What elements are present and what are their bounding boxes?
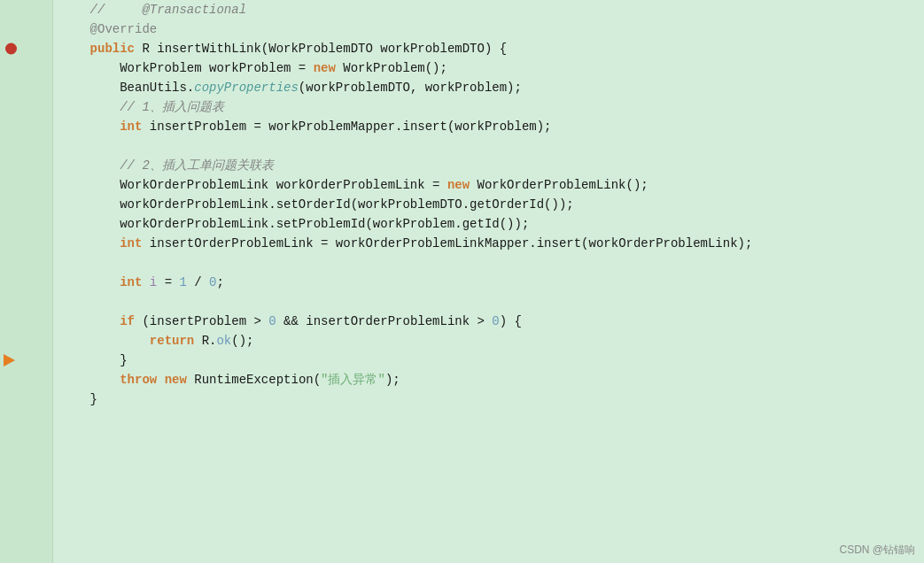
gutter-line bbox=[0, 273, 52, 292]
code-line: // 2、插入工单问题关联表 bbox=[60, 156, 924, 175]
gutter-line bbox=[0, 58, 52, 78]
gutter-line bbox=[0, 312, 52, 331]
gutter-line bbox=[0, 117, 52, 136]
gutter-line bbox=[0, 370, 52, 389]
code-line: // @Transactional bbox=[60, 0, 924, 19]
code-line: } bbox=[60, 351, 924, 370]
gutter-line bbox=[0, 253, 52, 273]
code-line bbox=[60, 253, 924, 273]
gutter-line bbox=[0, 292, 52, 312]
code-line: throw new RuntimeException("插入异常"); bbox=[60, 370, 924, 389]
gutter-line bbox=[0, 389, 52, 409]
code-line: // 1、插入问题表 bbox=[60, 97, 924, 117]
code-line: public R insertWithLink(WorkProblemDTO w… bbox=[60, 39, 924, 58]
code-line: workOrderProblemLink.setProblemId(workPr… bbox=[60, 214, 924, 234]
code-line: workOrderProblemLink.setOrderId(workProb… bbox=[60, 195, 924, 214]
watermark: CSDN @钻锚响 bbox=[839, 543, 915, 558]
code-line: WorkProblem workProblem = new WorkProble… bbox=[60, 58, 924, 78]
gutter-line bbox=[0, 214, 52, 234]
code-line: if (insertProblem > 0 && insertOrderProb… bbox=[60, 312, 924, 331]
gutter-line bbox=[0, 234, 52, 253]
code-line: return R.ok(); bbox=[60, 331, 924, 351]
code-content: // @Transactional @Override public R ins… bbox=[53, 0, 924, 563]
gutter-line bbox=[0, 351, 52, 370]
editor-container: // @Transactional @Override public R ins… bbox=[0, 0, 924, 563]
gutter-line bbox=[0, 331, 52, 351]
code-area: // @Transactional @Override public R ins… bbox=[0, 0, 924, 563]
code-line: WorkOrderProblemLink workOrderProblemLin… bbox=[60, 175, 924, 195]
gutter bbox=[0, 0, 53, 563]
gutter-line bbox=[0, 97, 52, 117]
code-line: BeanUtils.copyProperties(workProblemDTO,… bbox=[60, 78, 924, 97]
code-line: } bbox=[60, 389, 924, 409]
gutter-line bbox=[0, 0, 52, 19]
code-line: @Override bbox=[60, 19, 924, 39]
gutter-line bbox=[0, 195, 52, 214]
gutter-line bbox=[0, 156, 52, 175]
code-line: int insertOrderProblemLink = workOrderPr… bbox=[60, 234, 924, 253]
code-line bbox=[60, 136, 924, 156]
gutter-line bbox=[0, 78, 52, 97]
gutter-line bbox=[0, 175, 52, 195]
code-line: int insertProblem = workProblemMapper.in… bbox=[60, 117, 924, 136]
code-line bbox=[60, 292, 924, 312]
gutter-line bbox=[0, 39, 52, 58]
gutter-line bbox=[0, 136, 52, 156]
gutter-line bbox=[0, 19, 52, 39]
code-line: int i = 1 / 0; bbox=[60, 273, 924, 292]
